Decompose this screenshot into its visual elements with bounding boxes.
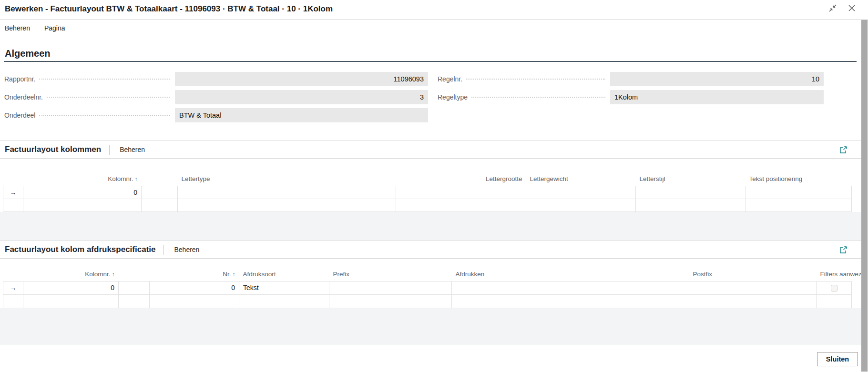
divider bbox=[163, 245, 164, 255]
col-header-label: Nr. bbox=[223, 271, 231, 278]
sluiten-button[interactable]: Sluiten bbox=[817, 352, 858, 366]
cell-postfix[interactable] bbox=[689, 281, 817, 294]
menu-pagina[interactable]: Pagina bbox=[44, 24, 65, 32]
col-header-kolomnr[interactable]: Kolomnr.↑ bbox=[23, 171, 142, 186]
dotted-leader bbox=[471, 97, 605, 98]
col-header-prefix[interactable]: Prefix bbox=[329, 267, 452, 281]
field-row-rapportnr: Rapportnr. 11096093 bbox=[4, 72, 428, 86]
checkbox-unchecked-icon[interactable] bbox=[831, 285, 837, 292]
cell-kolomnr[interactable]: 0 bbox=[23, 186, 142, 199]
cell-lettergewicht[interactable] bbox=[526, 186, 636, 199]
scrollbar-thumb[interactable] bbox=[861, 20, 868, 372]
cell-lettergrootte[interactable] bbox=[396, 199, 526, 211]
focus-mode-icon[interactable] bbox=[839, 145, 848, 154]
focus-mode-icon[interactable] bbox=[839, 245, 848, 254]
cell-afdruksoort[interactable]: Tekst bbox=[239, 281, 329, 294]
col-header-empty bbox=[119, 267, 150, 281]
row-marker-cell[interactable] bbox=[3, 294, 23, 308]
col-header-label: Kolomnr. bbox=[108, 175, 133, 182]
table-row bbox=[3, 199, 852, 211]
cell-kolomnr[interactable]: 0 bbox=[23, 281, 119, 294]
section-heading-rule bbox=[4, 61, 857, 62]
col-header-lettergrootte[interactable]: Lettergrootte bbox=[396, 171, 526, 186]
field-label: Rapportnr. bbox=[4, 75, 35, 83]
col-header-afdrukken[interactable]: Afdrukken bbox=[452, 267, 689, 281]
field-label: Onderdeel bbox=[4, 111, 35, 119]
dialog-title: Bewerken - Factuurlayout BTW & Totaalkaa… bbox=[5, 0, 333, 18]
cell-tekst-positionering[interactable] bbox=[745, 186, 852, 199]
col-header-nr[interactable]: Nr.↑ bbox=[150, 267, 239, 281]
col-header-empty bbox=[3, 171, 23, 186]
cell-filters-aanwezig[interactable] bbox=[817, 281, 852, 294]
regeltype-field[interactable]: 1Kolom bbox=[610, 90, 824, 104]
col-header-tekst-positionering[interactable]: Tekst positionering bbox=[745, 171, 852, 186]
cell-postfix[interactable] bbox=[689, 294, 817, 308]
col-header-empty bbox=[3, 267, 23, 281]
cell-letterstijl[interactable] bbox=[636, 199, 745, 211]
field-label: Regelnr. bbox=[438, 75, 462, 83]
kolommen-beheren-menu[interactable]: Beheren bbox=[120, 146, 145, 153]
cell-lettergrootte[interactable] bbox=[396, 186, 526, 199]
collapse-window-icon[interactable] bbox=[827, 3, 838, 13]
rapportnr-field[interactable]: 11096093 bbox=[175, 72, 428, 86]
col-header-postfix[interactable]: Postfix bbox=[689, 267, 817, 281]
cell-nr[interactable] bbox=[150, 294, 239, 308]
cell-afdruksoort[interactable] bbox=[239, 294, 329, 308]
columns-table: Kolomnr.↑ Lettertype Lettergrootte Lette… bbox=[3, 171, 852, 212]
field-row-regeltype: Regeltype 1Kolom bbox=[438, 90, 824, 104]
cell-afdrukken[interactable] bbox=[452, 294, 689, 308]
menu-beheren[interactable]: Beheren bbox=[5, 24, 30, 32]
col-header-empty bbox=[142, 171, 178, 186]
col-header-lettertype[interactable]: Lettertype bbox=[178, 171, 396, 186]
cell-lettergewicht[interactable] bbox=[526, 199, 636, 211]
field-label: Onderdeelnr. bbox=[4, 93, 43, 101]
dotted-leader bbox=[39, 79, 170, 80]
cell-letterstijl[interactable] bbox=[636, 186, 745, 199]
focused-cell[interactable] bbox=[119, 281, 150, 294]
field-row-regelnr: Regelnr. 10 bbox=[438, 72, 824, 86]
divider bbox=[109, 145, 110, 155]
sort-ascending-icon: ↑ bbox=[112, 271, 115, 278]
cell-afdrukken[interactable] bbox=[452, 281, 689, 294]
section-factuurlayout-kolom-afdrukspecificatie: Factuurlayout kolom afdrukspecificatie B… bbox=[0, 241, 861, 259]
cell-nr[interactable]: 0 bbox=[150, 281, 239, 294]
regelnr-field[interactable]: 10 bbox=[610, 72, 824, 86]
title-bar: Bewerken - Factuurlayout BTW & Totaalkaa… bbox=[0, 0, 868, 19]
col-header-kolomnr[interactable]: Kolomnr.↑ bbox=[23, 267, 119, 281]
current-row-icon: → bbox=[3, 186, 23, 199]
action-menubar: Beheren Pagina bbox=[5, 20, 65, 37]
sort-ascending-icon: ↑ bbox=[135, 176, 138, 182]
col-header-letterstijl[interactable]: Letterstijl bbox=[636, 171, 745, 186]
onderdeel-field[interactable]: BTW & Totaal bbox=[175, 108, 428, 122]
section-filler bbox=[0, 308, 861, 345]
row-marker-cell[interactable] bbox=[3, 199, 23, 211]
cell-tekst-positionering[interactable] bbox=[745, 199, 852, 211]
cell-unlabeled[interactable] bbox=[119, 294, 150, 308]
close-icon[interactable] bbox=[847, 3, 857, 13]
cell-prefix[interactable] bbox=[329, 294, 452, 308]
focused-cell[interactable] bbox=[142, 186, 178, 199]
table-row: → 0 0 Tekst bbox=[3, 281, 852, 294]
cell-unlabeled[interactable] bbox=[142, 199, 178, 211]
section-factuurlayout-kolommen: Factuurlayout kolommen Beheren bbox=[0, 141, 861, 159]
onderdeelnr-field[interactable]: 3 bbox=[175, 90, 428, 104]
afdrukspecificatie-beheren-menu[interactable]: Beheren bbox=[174, 246, 199, 253]
col-header-afdruksoort[interactable]: Afdruksoort bbox=[239, 267, 329, 281]
cell-lettertype[interactable] bbox=[178, 199, 396, 211]
cell-lettertype[interactable] bbox=[178, 186, 396, 199]
col-header-filters-aanwezig[interactable]: Filters aanwezig bbox=[817, 267, 852, 281]
col-header-label: Kolomnr. bbox=[85, 271, 110, 278]
subsection-title[interactable]: Factuurlayout kolom afdrukspecificatie bbox=[5, 245, 155, 254]
cell-kolomnr[interactable] bbox=[23, 294, 119, 308]
subsection-title[interactable]: Factuurlayout kolommen bbox=[5, 145, 101, 154]
cell-prefix[interactable] bbox=[329, 281, 452, 294]
sort-ascending-icon: ↑ bbox=[233, 271, 235, 278]
cell-kolomnr[interactable] bbox=[23, 199, 142, 211]
cell-filters-aanwezig[interactable] bbox=[817, 294, 852, 308]
field-row-onderdeel: Onderdeel BTW & Totaal bbox=[4, 108, 428, 122]
printspec-table: Kolomnr.↑ Nr.↑ Afdruksoort Prefix Afdruk… bbox=[3, 267, 852, 308]
vertical-scrollbar[interactable] bbox=[861, 20, 868, 372]
col-header-lettergewicht[interactable]: Lettergewicht bbox=[526, 171, 636, 186]
table-row bbox=[3, 294, 852, 308]
section-heading-algemeen[interactable]: Algemeen bbox=[5, 48, 51, 59]
